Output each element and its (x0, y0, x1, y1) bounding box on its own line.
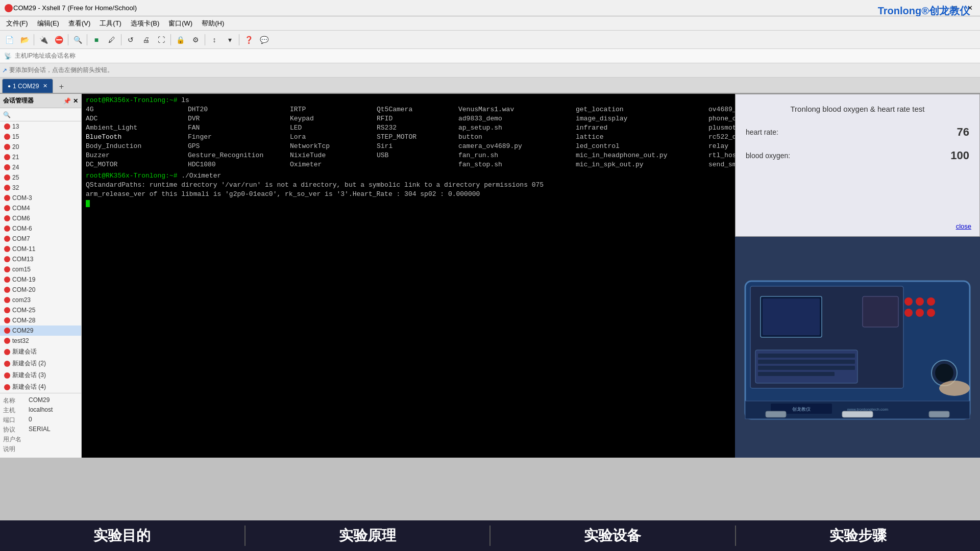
blood-oxygen-value: 100 (928, 149, 969, 162)
dialog-title: Tronlong blood oxygen & heart rate test (746, 105, 969, 113)
sidebar-item-new2[interactable]: 新建会话 (2) (0, 358, 81, 369)
fullscreen-button[interactable]: ⛶ (154, 33, 168, 47)
sidebar-item-com-20[interactable]: COM-20 (0, 285, 81, 295)
terminal-cursor (86, 200, 90, 207)
menu-tools[interactable]: 工具(T) (95, 18, 126, 29)
sidebar-item-com23[interactable]: com23 (0, 295, 81, 305)
status-dot (4, 266, 10, 272)
sidebar-item-com15[interactable]: com15 (0, 264, 81, 274)
search-button[interactable]: 🔍 (70, 33, 85, 47)
logo: Tronlong®创龙教仪 (878, 4, 970, 18)
title-bar: COM29 - Xshell 7 (Free for Home/School) … (0, 0, 980, 16)
bottom-nav-item-equipment[interactable]: 实验设备 (491, 526, 735, 545)
toolbar-sep-5 (170, 34, 171, 45)
sidebar-item-20[interactable]: 20 (0, 142, 81, 152)
blood-oxygen-row: blood oxygen: 100 (746, 149, 969, 162)
sidebar-item-new1[interactable]: 新建会话 (0, 346, 81, 358)
blood-oxygen-label: blood oxygen: (746, 152, 928, 160)
svg-rect-25 (766, 411, 786, 417)
tab-com29[interactable]: ● 1 COM29 ✕ (2, 79, 53, 93)
more-button[interactable]: ▾ (223, 33, 237, 47)
sidebar-item-25[interactable]: 25 (0, 172, 81, 183)
svg-point-15 (916, 309, 924, 317)
sidebar-item-com6[interactable]: COM6 (0, 213, 81, 223)
new-tab-button[interactable]: + (55, 81, 67, 93)
info-value-host: localhost (29, 406, 53, 415)
menu-help[interactable]: 帮助(H) (198, 18, 228, 29)
svg-point-13 (927, 297, 935, 306)
highlight-button[interactable]: 🖊 (105, 33, 119, 47)
status-dot (4, 361, 10, 367)
color-button[interactable]: ■ (89, 33, 104, 47)
tab-label: 1 COM29 (13, 83, 39, 90)
info-label-port: 端口 (3, 416, 29, 424)
window-title: COM29 - Xshell 7 (Free for Home/School) (13, 4, 137, 12)
sidebar-item-com-19[interactable]: COM-19 (0, 274, 81, 285)
new-session-button[interactable]: 📄 (2, 33, 16, 47)
sidebar-item-32[interactable]: 32 (0, 183, 81, 193)
sidebar-item-24[interactable]: 24 (0, 162, 81, 172)
sidebar-item-new4[interactable]: 新建会话 (4) (0, 381, 81, 393)
sidebar-item-com-28[interactable]: COM-28 (0, 315, 81, 325)
feedback-button[interactable]: 💬 (257, 33, 271, 47)
svg-point-0 (5, 4, 13, 12)
transfer-button[interactable]: ↕ (207, 33, 222, 47)
sidebar-item-13[interactable]: 13 (0, 121, 81, 132)
tab-icon: ● (8, 83, 11, 89)
menu-view[interactable]: 查看(V) (64, 18, 94, 29)
status-dot (4, 317, 10, 323)
menu-window[interactable]: 窗口(W) (164, 18, 197, 29)
dialog-close-button[interactable]: close (956, 222, 971, 230)
menu-edit[interactable]: 编辑(E) (33, 18, 63, 29)
status-dot (4, 287, 10, 293)
bottom-nav-item-purpose[interactable]: 实验目的 (0, 526, 244, 545)
sidebar-item-new3[interactable]: 新建会话 (3) (0, 369, 81, 381)
help-button[interactable]: ❓ (241, 33, 256, 47)
sidebar-item-com7[interactable]: COM7 (0, 234, 81, 244)
status-dot (4, 307, 10, 313)
bottom-nav-item-steps[interactable]: 实验步骤 (736, 526, 981, 545)
refresh-button[interactable]: ↺ (124, 33, 138, 47)
tab-close-button[interactable]: ✕ (43, 83, 47, 89)
menu-tabs[interactable]: 选项卡(B) (127, 18, 163, 29)
print-button[interactable]: 🖨 (139, 33, 153, 47)
svg-rect-26 (929, 411, 949, 417)
status-dot (4, 277, 10, 283)
svg-point-14 (904, 309, 913, 317)
bottom-nav-item-principle[interactable]: 实验原理 (246, 526, 490, 545)
svg-rect-9 (758, 372, 835, 376)
heart-rate-value: 76 (928, 126, 969, 139)
status-dot (4, 215, 10, 221)
menu-file[interactable]: 文件(F) (2, 18, 32, 29)
arrow-icon: ↗ (2, 67, 7, 74)
sidebar-item-com29[interactable]: COM29 (0, 325, 81, 336)
svg-rect-4 (763, 298, 820, 335)
tabs-row: ● 1 COM29 ✕ + (0, 78, 980, 94)
sidebar-item-com-6[interactable]: COM-6 (0, 223, 81, 234)
lock-button[interactable]: 🔒 (173, 33, 187, 47)
sidebar-item-com-3[interactable]: COM-3 (0, 193, 81, 203)
sidebar-item-15[interactable]: 15 (0, 132, 81, 142)
sidebar-item-com-25[interactable]: COM-25 (0, 305, 81, 315)
sidebar-item-21[interactable]: 21 (0, 152, 81, 162)
sidebar-search[interactable]: 🔍 (0, 108, 81, 121)
open-button[interactable]: 📂 (17, 33, 32, 47)
settings-button[interactable]: ⚙ (188, 33, 203, 47)
status-dot (4, 372, 10, 379)
status-dot (4, 384, 10, 390)
svg-text:创龙教仪: 创龙教仪 (792, 407, 811, 412)
disconnect-button[interactable]: ⛔ (52, 33, 66, 47)
sidebar-item-com-11[interactable]: COM-11 (0, 244, 81, 254)
session-bar: ↗ 要添加到会话，点击左侧的箭头按钮。 (0, 63, 980, 78)
sidebar-close-button[interactable]: ✕ (73, 97, 78, 105)
session-prompt: 要添加到会话，点击左侧的箭头按钮。 (9, 66, 113, 74)
svg-point-18 (935, 364, 953, 382)
sidebar-item-com13[interactable]: COM13 (0, 254, 81, 264)
terminal[interactable]: root@RK356x-Tronlong:~# ls 4GADCAmbient_… (82, 94, 735, 458)
sidebar-item-com4[interactable]: COM4 (0, 203, 81, 213)
connect-button[interactable]: 🔌 (36, 33, 51, 47)
sidebar-item-test32[interactable]: test32 (0, 336, 81, 346)
sidebar-pin-button[interactable]: 📌 (63, 97, 71, 105)
heart-rate-dialog: Tronlong blood oxygen & heart rate test … (735, 94, 980, 237)
host-label: 主机IP地址或会话名称 (15, 52, 76, 60)
